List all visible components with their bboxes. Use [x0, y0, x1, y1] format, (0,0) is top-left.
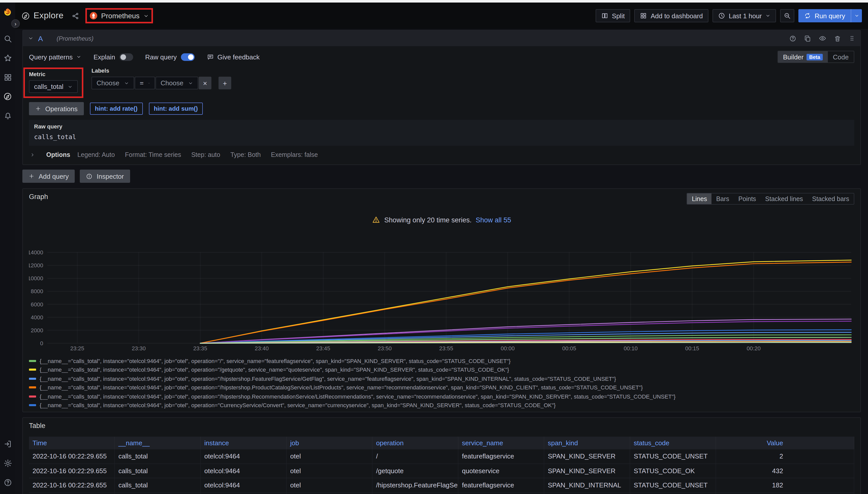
legend-label: {__name__="calls_total", instance="otelc…	[40, 402, 556, 408]
comment-icon	[207, 53, 214, 60]
raw-query-expression: calls_total	[34, 133, 849, 141]
query-hint-button[interactable]: hint: add rate()	[90, 102, 143, 115]
raw-query-switch[interactable]	[181, 53, 195, 61]
zoom-out-button[interactable]	[780, 9, 794, 22]
option-item: Legend: Auto	[77, 151, 114, 158]
sidebar-expand-button[interactable]: ›	[11, 19, 20, 28]
raw-query-toggle[interactable]: Raw query	[145, 53, 194, 61]
add-label-filter-button[interactable]: +	[218, 77, 231, 89]
grafana-logo[interactable]	[0, 4, 15, 20]
show-all-series-link[interactable]: Show all 55	[476, 216, 511, 224]
table-cell: calls_total	[115, 449, 201, 463]
table-cell: calls_total	[115, 464, 201, 478]
chevron-down-icon	[854, 13, 859, 18]
column-header-servicename[interactable]: service_name	[458, 437, 544, 449]
time-series-plot[interactable]: 0200040006000800010000120001400023:2523:…	[29, 246, 854, 353]
label-name-select[interactable]: Choose	[91, 77, 134, 89]
column-header-statuscode[interactable]: status_code	[630, 437, 716, 449]
run-query-caret-button[interactable]	[851, 9, 862, 22]
run-query-button[interactable]: Run query	[798, 9, 851, 22]
add-to-dashboard-button[interactable]: Add to dashboard	[634, 9, 708, 22]
search-icon[interactable]	[0, 31, 15, 46]
split-button[interactable]: Split	[596, 9, 630, 22]
legend-color-bar	[29, 396, 36, 398]
sign-in-icon[interactable]	[0, 436, 15, 451]
column-header-time[interactable]: Time	[29, 437, 115, 449]
series-limit-warning: Showing only 20 time series. Show all 55	[29, 216, 854, 224]
explore-compass-icon[interactable]	[0, 89, 15, 104]
legend-item[interactable]: {__name__="calls_total", instance="otelc…	[29, 383, 854, 392]
apps-icon	[640, 12, 647, 19]
column-header-instance[interactable]: instance	[201, 437, 287, 449]
query-options-row[interactable]: Options Legend: AutoFormat: Time seriesS…	[29, 150, 854, 159]
explain-toggle[interactable]: Explain	[93, 53, 133, 61]
alerting-bell-icon[interactable]	[0, 108, 15, 124]
operations-row: Operations hint: add rate()hint: add sum…	[29, 102, 854, 115]
legend-item[interactable]: {__name__="calls_total", instance="otelc…	[29, 392, 854, 401]
collapse-caret-icon[interactable]	[28, 36, 34, 41]
table-cell: 2	[716, 449, 854, 463]
warning-triangle-icon	[372, 216, 380, 224]
add-operation-button[interactable]: Operations	[29, 102, 84, 115]
viz-mode-lines[interactable]: Lines	[687, 193, 712, 204]
zoom-out-icon	[784, 12, 791, 19]
share-icon[interactable]	[72, 12, 79, 20]
legend-item[interactable]: {__name__="calls_total", instance="otelc…	[29, 374, 854, 383]
drag-handle-icon[interactable]	[849, 35, 855, 42]
starred-icon[interactable]	[0, 50, 15, 65]
x-axis-tick: 00:00	[501, 345, 514, 352]
dashboards-icon[interactable]	[0, 70, 15, 85]
query-patterns-dropdown[interactable]: Query patterns	[29, 53, 81, 61]
viz-mode-stacked-lines[interactable]: Stacked lines	[760, 193, 808, 204]
column-header-name[interactable]: __name__	[115, 437, 201, 449]
toolbar-actions: Split Add to dashboard Last 1 hour Run q…	[596, 9, 862, 22]
chevron-down-icon	[76, 54, 81, 59]
metric-select[interactable]: calls_total	[29, 80, 78, 93]
column-header-operation[interactable]: operation	[373, 437, 458, 449]
table-row: 2022-10-16 00:22:29.655calls_totalotelco…	[29, 493, 854, 494]
datasource-picker[interactable]: Prometheus	[89, 12, 149, 20]
viz-mode-points[interactable]: Points	[734, 193, 761, 204]
label-operator-select[interactable]: =	[135, 77, 155, 89]
explore-content: A (Prometheus) Query patterns	[15, 29, 868, 494]
graph-legend: {__name__="calls_total", instance="otelc…	[29, 356, 854, 412]
query-row-header[interactable]: A (Prometheus)	[23, 31, 861, 46]
remove-label-filter-button[interactable]: ×	[199, 77, 212, 89]
datasource-name: Prometheus	[101, 12, 140, 20]
settings-gear-icon[interactable]	[0, 455, 15, 471]
legend-item[interactable]: {__name__="calls_total", instance="otelc…	[29, 356, 854, 365]
table-cell: recommendationservice	[458, 493, 544, 494]
column-header-value[interactable]: Value	[716, 437, 854, 449]
help-icon[interactable]	[0, 475, 15, 490]
legend-item[interactable]: {__name__="calls_total", instance="otelc…	[29, 401, 854, 410]
label-value-select[interactable]: Choose	[156, 77, 198, 89]
time-range-picker[interactable]: Last 1 hour	[712, 9, 776, 22]
viz-mode-stacked-bars[interactable]: Stacked bars	[808, 193, 854, 204]
delete-query-trash-icon[interactable]	[834, 35, 841, 42]
column-header-spankind[interactable]: span_kind	[544, 437, 630, 449]
viz-mode-bars[interactable]: Bars	[711, 193, 734, 204]
legend-item[interactable]: {__name__="calls_total", instance="otelc…	[29, 410, 854, 412]
labels-label: Labels	[91, 68, 231, 74]
split-icon	[601, 12, 608, 19]
builder-code-switch: Builder Beta Code	[778, 51, 854, 63]
disable-query-eye-icon[interactable]	[819, 35, 826, 42]
explain-switch[interactable]	[119, 53, 133, 61]
legend-item[interactable]: {__name__="calls_total", instance="otelc…	[29, 365, 854, 374]
y-axis-tick: 6000	[31, 301, 43, 308]
add-query-button[interactable]: Add query	[22, 170, 75, 183]
legend-label: {__name__="calls_total", instance="otelc…	[40, 394, 676, 400]
table-cell: otel	[287, 493, 373, 494]
options-label: Options	[46, 151, 70, 158]
column-header-job[interactable]: job	[287, 437, 373, 449]
x-axis-tick: 00:15	[685, 345, 699, 352]
inspector-button[interactable]: Inspector	[80, 170, 130, 183]
give-feedback-link[interactable]: Give feedback	[207, 53, 260, 61]
legend-label: {__name__="calls_total", instance="otelc…	[40, 385, 643, 391]
builder-tab[interactable]: Builder Beta	[778, 51, 828, 62]
code-tab[interactable]: Code	[828, 51, 854, 62]
chevron-down-icon	[148, 80, 150, 86]
query-help-icon[interactable]	[789, 35, 796, 42]
query-hint-button[interactable]: hint: add sum()	[149, 102, 203, 115]
duplicate-query-icon[interactable]	[804, 35, 811, 42]
